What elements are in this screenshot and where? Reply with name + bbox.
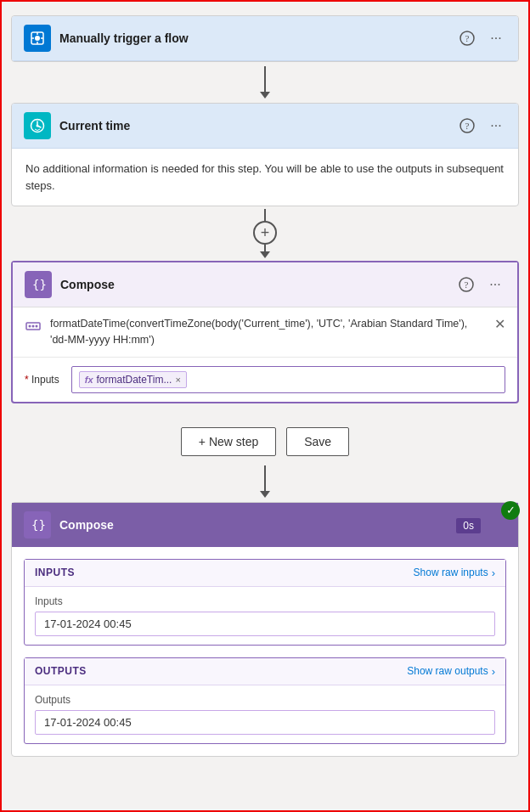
plus-arrow: [260, 251, 270, 258]
help-icon-3: ?: [459, 277, 474, 292]
compose-edit-icon-container: {}: [25, 271, 52, 298]
trigger-icon-container: [24, 25, 51, 52]
run-time-badge: 0s: [456, 518, 481, 533]
inputs-section-body: Inputs 17-01-2024 00:45: [25, 587, 505, 645]
formula-close-button[interactable]: ✕: [494, 316, 505, 332]
current-time-header: Current time ? ···: [12, 104, 518, 149]
svg-point-1: [35, 36, 40, 41]
trigger-more-button[interactable]: ···: [486, 28, 506, 48]
current-time-help-button[interactable]: ?: [457, 116, 477, 136]
arrow-head-2: [260, 491, 270, 498]
run-compose-title: Compose: [59, 518, 506, 532]
inputs-value: 17-01-2024 00:45: [35, 612, 495, 636]
svg-point-20: [29, 325, 31, 328]
input-chip-container[interactable]: fx formatDateTim... ×: [71, 366, 505, 393]
help-icon: ?: [460, 31, 475, 46]
svg-line-11: [37, 126, 41, 127]
success-badge: ✓: [501, 501, 520, 520]
outputs-section-body: Outputs 17-01-2024 00:45: [25, 685, 505, 743]
compose-help-button[interactable]: ?: [456, 274, 476, 295]
run-header: {} Compose 0s ✓: [12, 503, 518, 547]
chip-text: formatDateTim...: [97, 374, 172, 386]
outputs-section-label: OUTPUTS: [35, 665, 87, 677]
current-time-description: No additional information is needed for …: [25, 162, 504, 192]
save-button[interactable]: Save: [286, 427, 349, 456]
outputs-section: OUTPUTS Show raw outputs › Outputs 17-01…: [24, 657, 506, 744]
action-buttons-row: + New step Save: [181, 427, 349, 456]
current-time-more-button[interactable]: ···: [486, 116, 506, 136]
run-compose-card: {} Compose 0s ✓ INPUTS Show raw inputs ›…: [11, 502, 519, 757]
trigger-actions: ? ···: [457, 28, 506, 48]
show-raw-inputs-button[interactable]: Show raw inputs ›: [414, 567, 495, 579]
svg-text:{}: {}: [31, 518, 46, 532]
svg-text:?: ?: [465, 33, 470, 43]
arrow-2: [260, 461, 270, 502]
chip-remove-button[interactable]: ×: [175, 375, 180, 385]
compose-edit-header: {} Compose ? ···: [13, 262, 517, 307]
current-time-card: Current time ? ··· No additional informa…: [11, 103, 519, 206]
add-step-button[interactable]: +: [253, 221, 277, 245]
trigger-help-button[interactable]: ?: [457, 28, 477, 48]
arrow-1: [260, 62, 270, 103]
ellipsis-icon: ···: [490, 31, 501, 46]
inputs-field-label: Inputs: [35, 595, 495, 607]
plus-line-top: [264, 209, 266, 221]
inputs-section: INPUTS Show raw inputs › Inputs 17-01-20…: [24, 559, 506, 646]
chevron-right-icon-2: ›: [492, 665, 495, 678]
current-time-actions: ? ···: [457, 116, 506, 136]
current-time-body: No additional information is needed for …: [12, 149, 518, 206]
current-time-title: Current time: [59, 119, 448, 133]
outputs-value: 17-01-2024 00:45: [35, 710, 495, 735]
svg-point-21: [32, 325, 35, 328]
arrow-head-1: [260, 92, 270, 99]
inputs-label: * Inputs: [25, 374, 59, 386]
chip-fx: fx: [85, 375, 93, 385]
svg-point-22: [36, 325, 38, 328]
formula-text: formatDateTime(convertTimeZone(body('Cur…: [50, 316, 486, 348]
outputs-section-header: OUTPUTS Show raw outputs ›: [25, 658, 505, 685]
compose-edit-actions: ? ···: [456, 274, 505, 295]
plus-line-bottom: [264, 245, 266, 251]
svg-text:?: ?: [465, 279, 469, 290]
help-icon-2: ?: [460, 118, 475, 133]
svg-text:?: ?: [465, 121, 470, 131]
outputs-field-label: Outputs: [35, 694, 495, 706]
new-step-button[interactable]: + New step: [181, 427, 276, 456]
inputs-section-label: INPUTS: [35, 567, 75, 578]
format-chip: fx formatDateTim... ×: [79, 371, 187, 388]
chevron-right-icon: ›: [492, 567, 495, 579]
ellipsis-icon-2: ···: [490, 118, 501, 133]
run-compose-icon-container: {}: [24, 511, 51, 539]
compose-more-button[interactable]: ···: [485, 274, 505, 295]
clock-icon: [29, 117, 46, 134]
run-compose-icon: {}: [29, 516, 46, 533]
svg-text:{}: {}: [32, 278, 47, 291]
show-raw-outputs-button[interactable]: Show raw outputs ›: [407, 665, 495, 678]
compose-edit-title: Compose: [60, 278, 448, 291]
compose-icon: {}: [30, 276, 47, 293]
ellipsis-icon-3: ···: [489, 277, 500, 292]
formula-connector-icon: [25, 318, 42, 335]
required-star: *: [25, 374, 29, 386]
show-raw-inputs-text: Show raw inputs: [414, 567, 488, 578]
arrow-line-1: [264, 66, 266, 92]
inputs-section-header: INPUTS Show raw inputs ›: [25, 560, 505, 587]
plus-connector: +: [253, 206, 277, 261]
show-raw-outputs-text: Show raw outputs: [407, 665, 488, 677]
formula-row: formatDateTime(convertTimeZone(body('Cur…: [13, 307, 517, 358]
inputs-row: * Inputs fx formatDateTim... ×: [13, 358, 517, 402]
checkmark-icon: ✓: [506, 504, 516, 516]
trigger-header: Manually trigger a flow ? ···: [12, 16, 518, 61]
trigger-title: Manually trigger a flow: [59, 31, 448, 45]
connector-icon: [25, 318, 42, 335]
arrow-line-2: [264, 465, 266, 491]
trigger-card: Manually trigger a flow ? ···: [11, 15, 519, 62]
current-time-icon-container: [24, 112, 51, 139]
trigger-icon: [29, 30, 46, 47]
flow-container: Manually trigger a flow ? ···: [2, 2, 528, 770]
compose-edit-card: {} Compose ? ···: [11, 261, 519, 403]
